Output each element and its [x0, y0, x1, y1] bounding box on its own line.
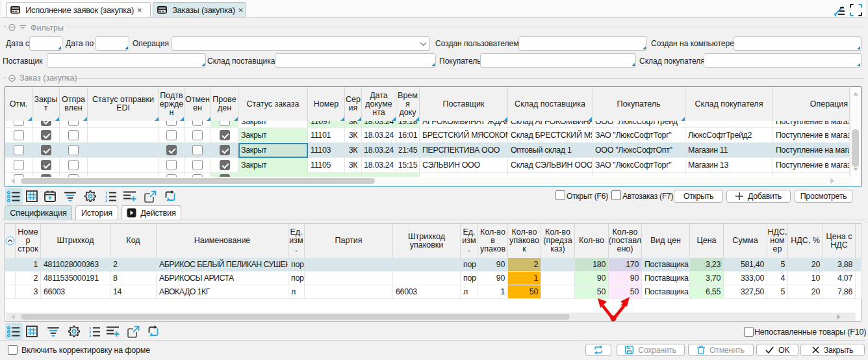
svg-text:3: 3 — [89, 334, 92, 337]
svg-text:3: 3 — [105, 199, 108, 202]
